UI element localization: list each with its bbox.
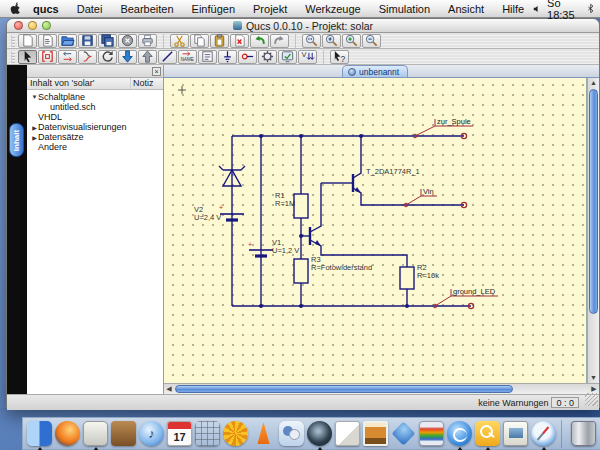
insert-label-button[interactable]: NAME: [178, 50, 197, 64]
voltage-source-v1[interactable]: + V1 U=1,2 V: [248, 238, 299, 256]
dock-item-colored-folder[interactable]: [419, 421, 444, 446]
menu-item-bearbeiten[interactable]: Bearbeiten: [111, 0, 182, 18]
dock-item-address-book[interactable]: [111, 421, 136, 446]
redo-button[interactable]: [270, 34, 289, 48]
print-button[interactable]: [138, 34, 157, 48]
close-file-button[interactable]: [118, 34, 137, 48]
new-file-button[interactable]: [18, 34, 37, 48]
apple-menu-icon[interactable]: [10, 2, 21, 16]
transistor-q1[interactable]: [310, 227, 321, 246]
disclosure-triangle-icon[interactable]: ▼: [31, 94, 38, 100]
insert-wire-button[interactable]: [158, 50, 177, 64]
vertical-scrollbar[interactable]: ▲ ▼: [587, 78, 599, 383]
sidebar-close-icon[interactable]: ×: [152, 67, 161, 76]
delete-button[interactable]: [230, 34, 249, 48]
node-label-zur-spule[interactable]: zur_Spule: [413, 117, 473, 138]
tree-item-schaltplaene[interactable]: ▼Schaltpläne: [27, 92, 163, 102]
scroll-up-icon[interactable]: ▲: [589, 78, 599, 88]
insert-equation-button[interactable]: [198, 50, 217, 64]
menu-item-simulation[interactable]: Simulation: [370, 0, 439, 18]
tree-item-datensaetze[interactable]: ▶Datensätze: [27, 132, 163, 142]
new-text-button[interactable]: [38, 34, 57, 48]
scroll-down-icon[interactable]: ▼: [589, 373, 599, 383]
dock-item-ical[interactable]: 17: [167, 421, 192, 446]
mirror-y-axis-button[interactable]: [58, 50, 77, 64]
dock-item-camera-lens[interactable]: [307, 421, 332, 446]
pointer-tool-button[interactable]: [18, 50, 37, 64]
dock-item-ichat[interactable]: [279, 421, 304, 446]
transistor-q2[interactable]: T_2DA1774R_1: [353, 167, 420, 193]
horizontal-scroll-thumb[interactable]: [175, 385, 513, 393]
volume-icon[interactable]: [533, 4, 540, 14]
tree-item-untitled-sch[interactable]: untitled.sch: [27, 102, 163, 112]
resistor-r1[interactable]: R1 R=1M: [275, 191, 308, 218]
disclosure-triangle-icon[interactable]: ▶: [31, 134, 38, 141]
push-into-subcircuit-button[interactable]: [118, 50, 137, 64]
resistor-r3[interactable]: R3 R=Fotowiderstand: [294, 255, 372, 283]
dock-item-app-sunburst[interactable]: [223, 421, 248, 446]
menu-item-einfuegen[interactable]: Einfügen: [183, 0, 244, 18]
mirror-x-axis-button[interactable]: [78, 50, 97, 64]
zoom-fit-button[interactable]: [342, 34, 361, 48]
dock-item-trash[interactable]: [571, 421, 596, 446]
dock-item-iphoto[interactable]: [503, 421, 528, 446]
dock-item-itunes[interactable]: ♪: [139, 421, 164, 446]
disclosure-triangle-icon[interactable]: ▶: [31, 124, 38, 131]
tree-item-vhdl[interactable]: VHDL: [27, 112, 163, 122]
menu-clock[interactable]: So 18:35: [547, 0, 581, 21]
bluetooth-icon[interactable]: [588, 3, 593, 14]
vertical-scroll-thumb[interactable]: [589, 89, 598, 314]
dock-item-file-cards[interactable]: [335, 421, 360, 446]
menu-item-qucs[interactable]: qucs: [31, 0, 68, 18]
tree-item-andere[interactable]: Andere: [27, 142, 163, 152]
zoom-in-button[interactable]: [322, 34, 341, 48]
zoom-1-1-button[interactable]: [302, 34, 321, 48]
content-tab[interactable]: Inhalt: [9, 123, 24, 157]
menu-item-werkzeuge[interactable]: Werkzeuge: [296, 0, 369, 18]
menu-item-datei[interactable]: Datei: [68, 0, 112, 18]
resize-grip[interactable]: [585, 393, 598, 406]
tree-item-datenvisualisierungen[interactable]: ▶Datenvisualisierungen: [27, 122, 163, 132]
node-label-ground-led[interactable]: ground_LED: [433, 287, 498, 308]
title-bar[interactable]: Qucs 0.0.10 - Projekt: solar: [7, 19, 599, 33]
menu-item-hilfe[interactable]: Hilfe: [493, 0, 533, 18]
voltage-source-v2[interactable]: + V2 U=2,4 V: [194, 204, 244, 222]
scroll-left-icon[interactable]: ◀: [164, 384, 174, 394]
zoom-out-button[interactable]: [362, 34, 381, 48]
dock-item-finder[interactable]: [27, 421, 52, 446]
dock-item-photo[interactable]: [363, 421, 388, 446]
resistor-r2[interactable]: R2 R=10k: [400, 263, 439, 289]
dock-item-preview[interactable]: [83, 421, 108, 446]
paste-button[interactable]: [210, 34, 229, 48]
dock-item-vlc[interactable]: [251, 421, 276, 446]
insert-ground-button[interactable]: [218, 50, 237, 64]
dc-bias-button[interactable]: V: [298, 50, 317, 64]
dock-item-internet-explorer[interactable]: [447, 421, 472, 446]
wire-q2-collector[interactable]: [353, 136, 361, 178]
insert-port-button[interactable]: [238, 50, 257, 64]
view-data-display-button[interactable]: [278, 50, 297, 64]
dock-item-safari[interactable]: [531, 421, 556, 446]
undo-button[interactable]: [250, 34, 269, 48]
cut-button[interactable]: [170, 34, 189, 48]
simulate-button[interactable]: [258, 50, 277, 64]
horizontal-scrollbar[interactable]: ◀ ▶: [164, 383, 599, 394]
whats-this-button[interactable]: ?: [330, 50, 349, 64]
menu-item-projekt[interactable]: Projekt: [244, 0, 296, 18]
rotate-button[interactable]: [98, 50, 117, 64]
document-tab-unbenannt[interactable]: unbenannt: [342, 65, 408, 77]
node-label-vin[interactable]: Vin: [404, 187, 437, 207]
toolbar-drag-handle[interactable]: [11, 51, 15, 63]
dock-item-sherlock[interactable]: [475, 421, 500, 446]
wire-q2-emitter[interactable]: [353, 188, 464, 205]
schematic-canvas[interactable]: + V2 U=2,4 V + V1 U=1,2 V: [164, 78, 587, 383]
deactivate-component-button[interactable]: [38, 50, 57, 64]
dock-item-calculator[interactable]: [195, 421, 220, 446]
dock-item-firefox[interactable]: [55, 421, 80, 446]
copy-button[interactable]: [190, 34, 209, 48]
dock-item-azureus[interactable]: [391, 421, 416, 446]
open-button[interactable]: [58, 34, 77, 48]
save-all-button[interactable]: [98, 34, 117, 48]
toolbar-drag-handle[interactable]: [11, 35, 15, 47]
pop-out-subcircuit-button[interactable]: [138, 50, 157, 64]
